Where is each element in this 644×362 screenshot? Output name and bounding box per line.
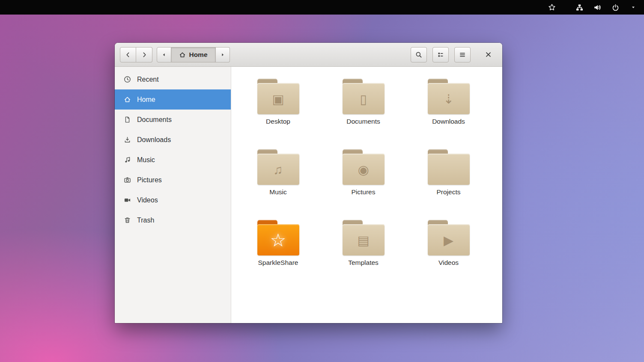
menu-button[interactable] bbox=[454, 47, 471, 62]
forward-button[interactable] bbox=[136, 47, 152, 62]
no-emblem bbox=[426, 156, 471, 184]
home-icon bbox=[124, 96, 131, 103]
folder-icon: ▤ bbox=[341, 220, 386, 256]
path-home-button[interactable]: Home bbox=[171, 47, 216, 62]
folder-icon: ⇣ bbox=[426, 79, 471, 115]
folder-icon: ▶ bbox=[426, 220, 471, 256]
sidebar-item-label: Downloads bbox=[137, 136, 171, 144]
video-camera-icon bbox=[124, 196, 131, 204]
trash-icon bbox=[124, 217, 131, 224]
nav-button-group bbox=[120, 47, 152, 62]
desktop-wallpaper: Home bbox=[0, 15, 644, 362]
folder-sparkleshare[interactable]: ☆ SparkleShare bbox=[236, 220, 321, 291]
folder-label: Videos bbox=[438, 259, 459, 267]
sidebar-item-label: Documents bbox=[137, 116, 172, 124]
folder-icon-orange: ☆ bbox=[256, 220, 301, 256]
home-icon bbox=[179, 51, 186, 58]
folder-icon: ▯ bbox=[341, 79, 386, 115]
sidebar-item-label: Recent bbox=[137, 76, 159, 83]
sidebar-item-music[interactable]: Music bbox=[115, 150, 231, 170]
volume-icon[interactable] bbox=[593, 3, 601, 11]
folder-desktop[interactable]: ▣ Desktop bbox=[236, 79, 321, 149]
chevron-down-icon[interactable] bbox=[629, 3, 637, 11]
clock-icon bbox=[124, 76, 131, 83]
document-emblem-icon: ▯ bbox=[341, 86, 386, 113]
folder-label: Projects bbox=[437, 188, 461, 196]
sidebar-item-pictures[interactable]: Pictures bbox=[115, 170, 231, 190]
search-button[interactable] bbox=[411, 47, 427, 62]
folder-downloads[interactable]: ⇣ Downloads bbox=[406, 79, 491, 149]
desktop-emblem-icon: ▣ bbox=[256, 86, 301, 113]
template-emblem-icon: ▤ bbox=[341, 227, 386, 254]
places-sidebar: Recent Home Documents bbox=[115, 67, 231, 323]
view-list-button[interactable] bbox=[432, 47, 449, 62]
folder-icon: ♫ bbox=[256, 149, 301, 185]
folder-icon: ◉ bbox=[341, 149, 386, 185]
path-bar: Home bbox=[157, 47, 230, 62]
folder-label: Desktop bbox=[266, 118, 290, 125]
sidebar-item-documents[interactable]: Documents bbox=[115, 110, 231, 130]
sidebar-item-downloads[interactable]: Downloads bbox=[115, 130, 231, 150]
path-scroll-right-button[interactable] bbox=[216, 47, 230, 62]
sidebar-item-home[interactable]: Home bbox=[115, 89, 231, 110]
power-icon[interactable] bbox=[611, 3, 619, 11]
file-view: ▣ Desktop ▯ Documents bbox=[231, 67, 502, 323]
file-manager-window: Home bbox=[115, 43, 502, 323]
sidebar-item-label: Music bbox=[137, 156, 155, 164]
sidebar-item-recent[interactable]: Recent bbox=[115, 69, 231, 89]
system-top-bar bbox=[0, 0, 644, 15]
close-window-button[interactable] bbox=[481, 47, 495, 62]
back-button[interactable] bbox=[120, 47, 136, 62]
video-emblem-icon: ▶ bbox=[426, 227, 471, 254]
folder-pictures[interactable]: ◉ Pictures bbox=[321, 149, 406, 220]
path-scroll-left-button[interactable] bbox=[157, 47, 171, 62]
music-note-icon bbox=[124, 156, 131, 163]
folder-icon: ▣ bbox=[256, 79, 301, 115]
network-icon[interactable] bbox=[575, 3, 583, 11]
folder-label: SparkleShare bbox=[258, 259, 298, 267]
folder-label: Documents bbox=[346, 118, 380, 125]
camera-emblem-icon: ◉ bbox=[341, 156, 386, 184]
sidebar-item-videos[interactable]: Videos bbox=[115, 190, 231, 210]
folder-videos[interactable]: ▶ Videos bbox=[406, 220, 491, 291]
sidebar-item-label: Trash bbox=[137, 217, 154, 224]
folder-music[interactable]: ♫ Music bbox=[236, 149, 321, 220]
camera-icon bbox=[124, 176, 131, 184]
headerbar-actions bbox=[405, 47, 471, 62]
folder-icon bbox=[426, 149, 471, 185]
sidebar-item-label: Home bbox=[137, 96, 155, 104]
folder-projects[interactable]: Projects bbox=[406, 149, 491, 220]
folder-label: Downloads bbox=[432, 118, 465, 125]
sidebar-item-label: Videos bbox=[137, 196, 158, 204]
folder-label: Pictures bbox=[352, 188, 376, 196]
window-headerbar: Home bbox=[115, 43, 502, 67]
document-icon bbox=[124, 116, 131, 123]
folder-label: Music bbox=[269, 188, 286, 196]
path-current-label: Home bbox=[189, 51, 207, 59]
music-emblem-icon: ♫ bbox=[256, 156, 301, 184]
download-icon bbox=[124, 136, 131, 143]
folder-templates[interactable]: ▤ Templates bbox=[321, 220, 406, 291]
folder-label: Templates bbox=[348, 259, 379, 267]
star-emblem-icon: ☆ bbox=[256, 227, 301, 254]
favorites-star-icon[interactable] bbox=[548, 3, 556, 11]
download-emblem-icon: ⇣ bbox=[426, 86, 471, 113]
folder-grid: ▣ Desktop ▯ Documents bbox=[236, 79, 502, 291]
sidebar-item-label: Pictures bbox=[137, 176, 162, 184]
folder-documents[interactable]: ▯ Documents bbox=[321, 79, 406, 149]
sidebar-item-trash[interactable]: Trash bbox=[115, 210, 231, 230]
